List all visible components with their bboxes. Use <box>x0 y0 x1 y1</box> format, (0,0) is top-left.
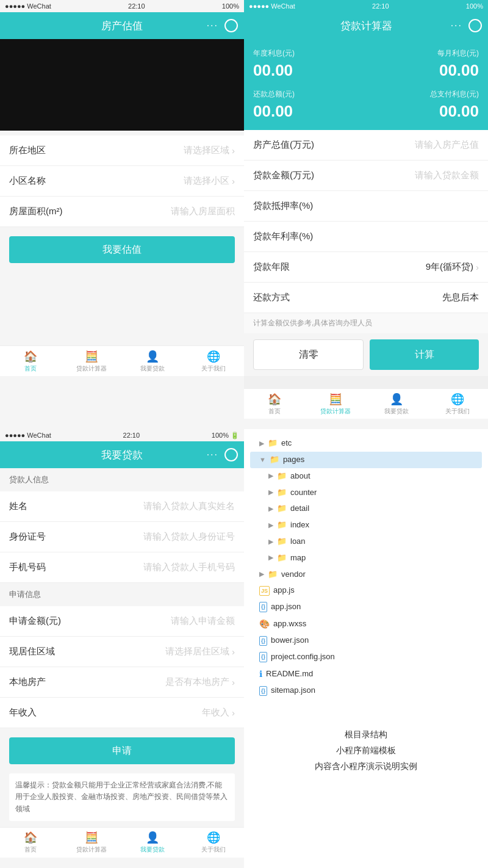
file-item-map[interactable]: ▶ 📁 map <box>250 550 482 566</box>
loan-property-input[interactable]: 是否有本地房产 › <box>165 676 235 688</box>
file-item-readme[interactable]: ℹ README.md <box>250 665 482 682</box>
right-time: 22:10 <box>372 2 389 10</box>
index-chevron-icon: ▶ <box>268 520 273 531</box>
borrower-section-title: 贷款人信息 <box>0 468 244 491</box>
loan-header-dots[interactable]: ··· <box>207 449 218 460</box>
annual-rate-row[interactable]: 贷款年利率(%) <box>244 222 488 252</box>
clear-button[interactable]: 清零 <box>253 339 364 370</box>
labout-icon: 🌐 <box>207 831 220 844</box>
lnav-about[interactable]: 🌐 关于我们 <box>183 831 244 854</box>
readme-name: README.md <box>266 668 313 681</box>
lnav-loan[interactable]: 👤 我要贷款 <box>122 831 183 854</box>
file-item-pages[interactable]: ▼ 📁 pages <box>250 452 482 468</box>
file-item-appjson[interactable]: {} app.json <box>250 599 482 615</box>
home-icon: 🏠 <box>24 350 37 363</box>
file-item-loan[interactable]: ▶ 📁 loan <box>250 533 482 550</box>
map-folder-icon: 📁 <box>277 552 287 565</box>
loan-amount-input[interactable]: 请输入贷款金额 <box>415 170 479 181</box>
right-header-icons[interactable]: ··· <box>451 19 482 32</box>
lloan-icon: 👤 <box>146 831 159 844</box>
right-nav-loan[interactable]: 👤 我要贷款 <box>366 392 427 416</box>
property-value-input[interactable]: 请输入房产总值 <box>415 139 479 151</box>
right-header: 贷款计算器 ··· <box>244 12 488 39</box>
home-label: 首页 <box>24 364 37 373</box>
left-nav-home[interactable]: 🏠 首页 <box>0 350 61 373</box>
loan-name-row[interactable]: 姓名 请输入贷款人真实姓名 <box>0 491 244 522</box>
calculate-button[interactable]: 计算 <box>370 339 479 370</box>
left-header-icons[interactable]: ··· <box>207 19 238 32</box>
loan-term-value[interactable]: 9年(循环贷) › <box>426 261 479 273</box>
labout-label: 关于我们 <box>201 845 226 854</box>
file-item-bower[interactable]: {} bower.json <box>250 632 482 649</box>
loan-term-row[interactable]: 贷款年限 9年(循环贷) › <box>244 252 488 283</box>
detail-folder-icon: 📁 <box>277 502 287 515</box>
annual-rate-label: 贷款年利率(%) <box>253 231 313 242</box>
right-signal: ●●●●● WeChat <box>249 2 295 10</box>
left-nav-about[interactable]: 🌐 关于我们 <box>183 350 244 373</box>
loan-header-icons[interactable]: ··· <box>207 448 238 461</box>
area-row[interactable]: 房屋面积(m²) 请输入房屋面积 <box>0 197 244 227</box>
monthly-interest-value: 00.00 <box>371 61 479 80</box>
loan-chevron-icon: ▶ <box>268 537 273 548</box>
lhome-icon: 🏠 <box>24 831 37 844</box>
lnav-calc[interactable]: 🧮 贷款计算器 <box>61 831 122 854</box>
loan-header-circle[interactable] <box>224 448 238 461</box>
right-header-circle[interactable] <box>468 19 482 32</box>
lnav-home[interactable]: 🏠 首页 <box>0 831 61 854</box>
about-folder-icon: 📁 <box>277 470 287 483</box>
file-item-vendor[interactable]: ▶ 📁 vendor <box>250 566 482 583</box>
loan-property-row[interactable]: 本地房产 是否有本地房产 › <box>0 667 244 698</box>
loan-idcard-input[interactable]: 请输入贷款人身份证号 <box>143 531 235 543</box>
calc-note: 计算金额仅供参考,具体咨询办理人员 <box>244 313 488 333</box>
file-item-detail[interactable]: ▶ 📁 detail <box>250 501 482 517</box>
estimate-button[interactable]: 我要估值 <box>9 236 235 263</box>
left-nav-calc[interactable]: 🧮 贷款计算器 <box>61 350 122 373</box>
left-header-dots[interactable]: ··· <box>207 20 218 31</box>
file-item-etc[interactable]: ▶ 📁 etc <box>250 435 482 452</box>
rabout-icon: 🌐 <box>451 392 464 406</box>
left-nav-loan[interactable]: 👤 我要贷款 <box>122 350 183 373</box>
loan-idcard-row[interactable]: 身份证号 请输入贷款人身份证号 <box>0 522 244 552</box>
community-value[interactable]: 请选择小区 › <box>184 175 235 187</box>
file-item-counter[interactable]: ▶ 📁 counter <box>250 485 482 501</box>
loan-label: 我要贷款 <box>140 364 165 373</box>
loan-income-input[interactable]: 年收入 › <box>202 707 235 718</box>
loan-name-input[interactable]: 请输入贷款人真实姓名 <box>143 501 235 512</box>
right-nav-home[interactable]: 🏠 首页 <box>244 392 305 416</box>
loan-phone-row[interactable]: 手机号码 请输入贷款人手机号码 <box>0 552 244 583</box>
file-item-appjs[interactable]: JS app.js <box>250 582 482 599</box>
right-header-dots[interactable]: ··· <box>451 20 462 31</box>
file-item-sitemap[interactable]: {} sitemap.json <box>250 682 482 699</box>
appwxss-name: app.wxss <box>273 618 306 631</box>
file-item-about[interactable]: ▶ 📁 about <box>250 468 482 485</box>
loan-region-row[interactable]: 现居住区域 请选择居住区域 › <box>0 637 244 667</box>
community-row[interactable]: 小区名称 请选择小区 › <box>0 166 244 197</box>
loan-phone-input[interactable]: 请输入贷款人手机号码 <box>143 562 235 573</box>
loan-header-title: 我要贷款 <box>101 448 143 462</box>
apply-button[interactable]: 申请 <box>9 737 235 764</box>
loan-term-chevron: › <box>476 262 479 272</box>
left-signal: ●●●●● WeChat <box>5 2 51 10</box>
calc-stats: 年度利息(元) 00.00 每月利息(元) 00.00 还款总额(元) 00.0… <box>244 39 488 130</box>
mortgage-rate-row[interactable]: 贷款抵押率(%) <box>244 191 488 222</box>
loan-amount-row[interactable]: 申请金额(元) 请输入申请金额 <box>0 606 244 637</box>
right-nav-about[interactable]: 🌐 关于我们 <box>427 392 488 416</box>
file-item-projectconfig[interactable]: {} project.config.json <box>250 649 482 665</box>
repayment-method-row[interactable]: 还款方式 先息后本 <box>244 283 488 313</box>
loan-income-row[interactable]: 年收入 年收入 › <box>0 698 244 728</box>
loan-region-input[interactable]: 请选择居住区域 › <box>165 646 235 657</box>
area-value[interactable]: 请输入房屋面积 <box>171 206 235 217</box>
calc-icon: 🧮 <box>85 350 98 363</box>
location-value[interactable]: 请选择区域 › <box>184 145 235 156</box>
property-value-row[interactable]: 房产总值(万元) 请输入房产总值 <box>244 130 488 161</box>
left-header-circle[interactable] <box>224 19 238 32</box>
loan-amount-row[interactable]: 贷款金额(万元) 请输入贷款金额 <box>244 161 488 191</box>
file-item-index[interactable]: ▶ 📁 index <box>250 517 482 533</box>
loan-amount-input[interactable]: 请输入申请金额 <box>171 615 235 627</box>
location-row[interactable]: 所在地区 请选择区域 › <box>0 136 244 166</box>
right-nav-calc[interactable]: 🧮 贷款计算器 <box>305 392 366 416</box>
file-item-appwxss[interactable]: 🎨 app.wxss <box>250 615 482 632</box>
index-name: index <box>290 519 309 532</box>
left-property-panel: ●●●●● WeChat 22:10 100% 房产估值 ··· 所在地区 请选… <box>0 0 244 429</box>
community-label: 小区名称 <box>9 175 46 187</box>
